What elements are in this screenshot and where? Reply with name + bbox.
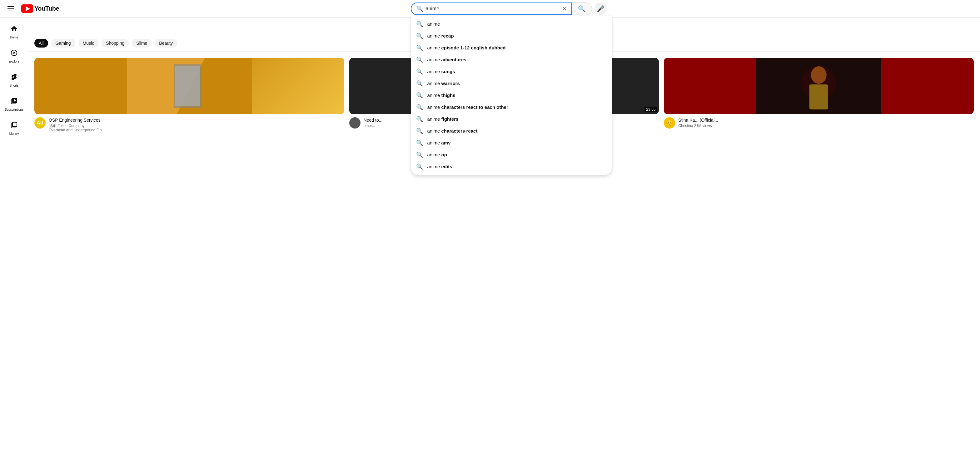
sidebar-item-explore-label: Explore: [9, 60, 19, 63]
search-bar-wrapper: 🔍 × 🔍 🔍 anime 🔍 anime recap 🔍: [411, 3, 592, 15]
video-title-1: Need to...: [364, 117, 383, 123]
ac-search-icon-1: 🔍: [416, 32, 423, 39]
autocomplete-item-episode[interactable]: 🔍 anime episode 1-12 english dubbed: [411, 42, 612, 54]
sidebar-item-shorts[interactable]: Shorts: [0, 68, 28, 92]
autocomplete-item-warriors[interactable]: 🔍 anime warriors: [411, 78, 612, 89]
video-card-0[interactable]: Ad OSP Engineering Services AdTesco Comp…: [34, 58, 344, 136]
autocomplete-item-amv[interactable]: 🔍 anime amv: [411, 137, 612, 149]
library-icon: [10, 121, 18, 131]
video-title-0: OSP Engineering Services: [49, 117, 105, 123]
chip-music[interactable]: Music: [78, 39, 99, 48]
autocomplete-item-characters-react-each[interactable]: 🔍 anime characters react to each other: [411, 101, 612, 113]
video-meta-0: OSP Engineering Services AdTesco Company…: [49, 117, 105, 132]
shorts-icon: [10, 73, 18, 83]
duration-badge-1: 23:55: [644, 107, 657, 112]
mic-icon: 🎤: [597, 5, 605, 13]
ac-text-1: anime recap: [427, 33, 454, 38]
video-meta-2: Stina Ka... (Official... Christina 21M v…: [678, 117, 718, 129]
sidebar-item-subscriptions[interactable]: Subscriptions: [0, 92, 28, 116]
ac-text-4: anime songs: [427, 69, 455, 74]
ac-text-12: anime edits: [427, 164, 452, 169]
sidebar-item-shorts-label: Shorts: [10, 84, 19, 87]
search-input-container[interactable]: 🔍 ×: [411, 3, 572, 15]
chip-beauty[interactable]: Beauty: [154, 39, 177, 48]
svg-rect-13: [810, 85, 828, 109]
ac-text-3: anime adventures: [427, 57, 466, 62]
autocomplete-item-fighters[interactable]: 🔍 anime fighters: [411, 113, 612, 125]
ac-search-icon-11: 🔍: [416, 152, 423, 158]
search-icon: 🔍: [578, 5, 586, 13]
autocomplete-item-edits[interactable]: 🔍 anime edits: [411, 161, 612, 172]
channel-avatar-1: [349, 117, 361, 129]
ac-search-icon-7: 🔍: [416, 104, 423, 111]
search-area: 🔍 × 🔍 🔍 anime 🔍 anime recap 🔍: [67, 3, 950, 15]
ac-search-icon-9: 🔍: [416, 128, 423, 134]
channel-avatar-0: Ad: [34, 117, 46, 129]
ac-text-10: anime amv: [427, 140, 451, 145]
sidebar-item-explore[interactable]: Explore: [0, 44, 28, 68]
video-info-2: 😊 Stina Ka... (Official... Christina 21M…: [664, 114, 974, 132]
channel-avatar-2: 😊: [664, 117, 675, 129]
ac-search-icon-12: 🔍: [416, 163, 423, 170]
header: YouTube 🔍 × 🔍 🔍 anime 🔍 anime recap: [0, 0, 980, 18]
hamburger-menu-icon[interactable]: [5, 4, 16, 14]
autocomplete-item-characters-react[interactable]: 🔍 anime characters react: [411, 125, 612, 137]
video-subtitle-2: Christina 21M views: [678, 123, 718, 128]
video-title-2: Stina Ka... (Official...: [678, 117, 718, 123]
sidebar-item-home[interactable]: Home: [0, 20, 28, 44]
clear-search-icon[interactable]: ×: [562, 4, 568, 13]
autocomplete-item-thighs[interactable]: 🔍 anime thighs: [411, 89, 612, 101]
ac-text-2: anime episode 1-12 english dubbed: [427, 45, 506, 50]
ac-search-icon-8: 🔍: [416, 116, 423, 123]
ac-text-0: anime: [427, 21, 440, 27]
video-card-2[interactable]: 😊 Stina Ka... (Official... Christina 21M…: [664, 58, 974, 136]
ac-text-7: anime characters react to each other: [427, 104, 508, 110]
ac-search-icon-5: 🔍: [416, 80, 423, 87]
autocomplete-item-recap[interactable]: 🔍 anime recap: [411, 30, 612, 42]
sidebar-item-subscriptions-label: Subscriptions: [5, 108, 24, 111]
svg-point-12: [811, 66, 827, 84]
video-info-0: Ad OSP Engineering Services AdTesco Comp…: [34, 114, 344, 136]
home-icon: [10, 25, 18, 34]
sidebar-item-library-label: Library: [10, 132, 19, 136]
svg-rect-3: [175, 65, 200, 106]
youtube-logo[interactable]: YouTube: [21, 4, 59, 13]
chip-slime[interactable]: Slime: [132, 39, 151, 48]
ac-search-icon-10: 🔍: [416, 139, 423, 146]
chip-gaming[interactable]: Gaming: [51, 39, 75, 48]
autocomplete-dropdown: 🔍 anime 🔍 anime recap 🔍 anime episode 1-…: [411, 16, 612, 176]
sidebar-item-home-label: Home: [10, 36, 18, 39]
sidebar-item-library[interactable]: Library: [0, 116, 28, 140]
ac-text-8: anime fighters: [427, 116, 458, 122]
autocomplete-item-songs[interactable]: 🔍 anime songs: [411, 65, 612, 78]
search-input[interactable]: [426, 6, 562, 11]
chip-all[interactable]: All: [34, 39, 48, 48]
chip-shopping[interactable]: Shopping: [102, 39, 129, 48]
ac-search-icon-6: 🔍: [416, 92, 423, 99]
search-icon-left: 🔍: [417, 5, 423, 12]
explore-icon: [10, 49, 18, 59]
youtube-logo-text: YouTube: [34, 5, 59, 12]
video-thumbnail-2: [664, 58, 974, 114]
ad-badge: Ad: [49, 123, 57, 128]
subscriptions-icon: [10, 97, 18, 107]
header-left: YouTube: [5, 4, 67, 14]
ac-text-11: anime op: [427, 152, 447, 157]
sidebar: Home Explore Shorts Subscriptions Librar…: [0, 18, 28, 450]
video-subtitle-1: omer...: [364, 123, 383, 128]
search-button[interactable]: 🔍: [572, 3, 592, 15]
ac-search-icon-2: 🔍: [416, 45, 423, 51]
video-thumbnail-0: [34, 58, 344, 114]
ac-search-icon-0: 🔍: [416, 21, 423, 27]
video-meta-1: Need to... omer...: [364, 117, 383, 129]
autocomplete-item-op[interactable]: 🔍 anime op: [411, 149, 612, 161]
ac-search-icon-4: 🔍: [416, 68, 423, 75]
mic-button[interactable]: 🎤: [595, 3, 607, 15]
youtube-logo-icon: [21, 4, 33, 13]
autocomplete-item-adventures[interactable]: 🔍 anime adventures: [411, 54, 612, 65]
ac-text-6: anime thighs: [427, 93, 455, 98]
ac-text-5: anime warriors: [427, 81, 460, 86]
autocomplete-item-anime[interactable]: 🔍 anime: [411, 18, 612, 30]
ac-text-9: anime characters react: [427, 128, 478, 134]
video-subtitle-0: AdTesco CompanyOverhead and Underground …: [49, 123, 105, 132]
